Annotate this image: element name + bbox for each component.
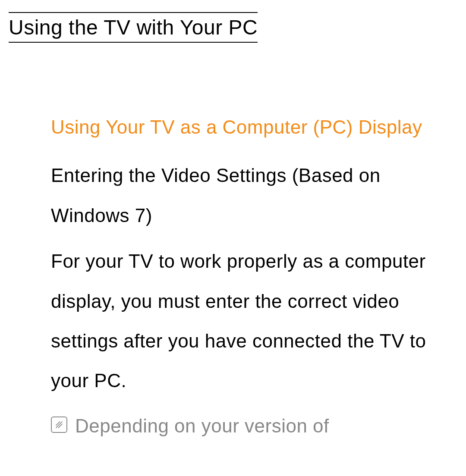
note-row: Depending on your version of <box>51 407 440 445</box>
section-heading: Using Your TV as a Computer (PC) Display <box>51 107 440 147</box>
page-title: Using the TV with Your PC <box>9 12 258 43</box>
note-icon <box>51 416 67 433</box>
body-paragraph: For your TV to work properly as a comput… <box>51 241 440 401</box>
subsection-heading: Entering the Video Settings (Based on Wi… <box>51 156 440 235</box>
note-text: Depending on your version of <box>75 407 329 445</box>
content-block: Using Your TV as a Computer (PC) Display… <box>0 43 466 445</box>
